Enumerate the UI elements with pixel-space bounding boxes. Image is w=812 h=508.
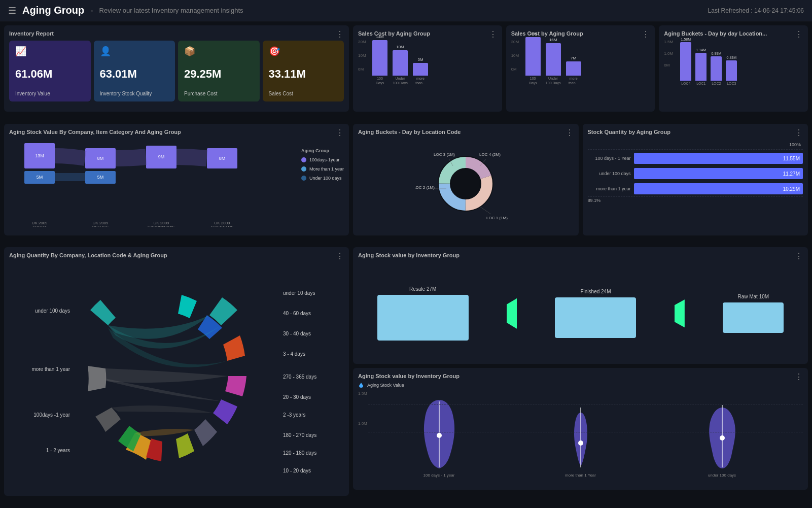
row1: Inventory Report ⋮ 📈 61.06M Inventory Va… — [4, 25, 808, 112]
funnel-item-2: Finished 24M — [555, 289, 636, 338]
inventory-report-card: Inventory Report ⋮ 📈 61.06M Inventory Va… — [4, 25, 349, 112]
violin-y-axis: 1.5M 1.0M — [358, 391, 367, 426]
funnel-bar-1 — [377, 295, 469, 341]
bars-2: 19M 100Days 16M Under100 Days 7M moretha… — [513, 40, 648, 85]
svg-text:LOC 3 (1M): LOC 3 (1M) — [434, 152, 455, 157]
card-menu-funnel[interactable]: ⋮ — [795, 251, 803, 261]
card-menu-icon-2[interactable]: ⋮ — [489, 29, 497, 39]
bar-c — [566, 61, 581, 76]
svg-text:under 10 days: under 10 days — [283, 290, 315, 296]
ab-2: 1.14M LOC1 — [695, 48, 707, 85]
sales-cost-aging-2-card: Sales Cost by Aging Group ⋮ 20M 10M 0M 1… — [506, 25, 655, 112]
violin-3: under 100 days — [702, 397, 743, 478]
bars-1: 14M 100Days 10M Under100 Days 5M moretha… — [360, 40, 495, 85]
funnel-bar-2 — [555, 297, 636, 338]
aging-buckets-location-card: Aging Buckets - Day by day Location... ⋮… — [659, 25, 808, 112]
inv-group-funnel-title: Aging Stock value by Inventory Group — [358, 252, 803, 258]
legend-item-3: Under 100 days — [301, 176, 344, 181]
card-menu-violin[interactable]: ⋮ — [795, 372, 803, 382]
row3-right: Aging Stock value by Inventory Group ⋮ R… — [353, 247, 808, 496]
inv-tile-4-icon: 🎯 — [269, 46, 338, 57]
svg-text:5M: 5M — [97, 175, 104, 180]
inv-tile-2-label: Inventory Stock Quality — [100, 91, 169, 96]
svg-text:13M: 13M — [35, 153, 44, 158]
svg-text:2 -3 years: 2 -3 years — [283, 412, 305, 418]
donut-body: LOC 3 (1M) LOC 4 (2M) LOC 2 (1M) LOC 1 (… — [358, 138, 574, 227]
sales-cost-aging-2-chart: 20M 10M 0M 19M 100Days 16M Under100 Days — [511, 40, 650, 95]
violin-svg-2 — [560, 397, 601, 471]
aging-legend: Aging Group 100days-1year More than 1 ye… — [301, 148, 344, 181]
sankey-body: UK 2009 SPORT UK 2009 OFFLICE UK 2009 HA… — [9, 138, 344, 227]
violin-svg-1 — [419, 397, 460, 471]
card-menu-icon-5[interactable]: ⋮ — [336, 128, 344, 138]
inv-tile-1-label: Inventory Value — [15, 91, 85, 96]
row3: Aging Quantity By Company, Location Code… — [4, 247, 808, 496]
inv-tile-1-value: 61.06M — [15, 67, 85, 81]
svg-text:5M: 5M — [37, 175, 43, 180]
hamburger-icon[interactable]: ☰ — [8, 5, 16, 16]
app-header: ☰ Aging Group - Review our latest Invent… — [0, 0, 812, 21]
sankey-svg: UK 2009 SPORT UK 2009 OFFLICE UK 2009 HA… — [9, 138, 263, 227]
y-axis-3: 1.5M 1.0M 0M — [664, 40, 673, 67]
bar-1 — [372, 40, 387, 76]
funnel-label-1: Resale 27M — [409, 286, 436, 292]
aging-stock-company-title: Aging Stock Value By Company, Item Categ… — [9, 129, 344, 135]
ab-1: 1.58M LOC4 — [680, 38, 691, 85]
svg-text:20 - 30 days: 20 - 30 days — [283, 394, 311, 400]
svg-point-49 — [437, 433, 442, 438]
svg-point-51 — [578, 441, 583, 446]
y-axis-1: 20M 10M 0M — [358, 40, 366, 72]
bar-group-2: 10M Under100 Days — [393, 45, 408, 85]
inv-tile-2: 👤 63.01M Inventory Stock Quality — [94, 41, 175, 101]
bar-group-1: 14M 100Days — [372, 35, 387, 85]
svg-text:30 - 40 days: 30 - 40 days — [283, 331, 311, 336]
aging-buckets-title: Aging Buckets - Day by day Location... — [664, 30, 803, 37]
grid-line-top — [588, 149, 803, 150]
svg-text:LOC 4 (2M): LOC 4 (2M) — [479, 152, 501, 157]
inv-tile-1: 📈 61.06M Inventory Value — [9, 41, 91, 101]
svg-text:270 - 365 days: 270 - 365 days — [283, 374, 316, 380]
inventory-report-title: Inventory Report — [9, 30, 344, 37]
funnel-connector-2 — [675, 299, 685, 327]
bar-2 — [393, 50, 408, 76]
svg-text:HARDWARWE: HARDWARWE — [148, 225, 175, 227]
card-menu-chord[interactable]: ⋮ — [336, 251, 344, 261]
violin-1: 100 days - 1 year — [419, 397, 460, 478]
ab-3: 0.99M LOC2 — [711, 52, 722, 85]
inv-tile-3-label: Purchase Cost — [184, 91, 254, 96]
violin-legend-label: Aging Stock Value — [367, 383, 404, 388]
funnel-item-3: Raw Mat 10M — [723, 294, 784, 333]
card-menu-stock[interactable]: ⋮ — [795, 128, 803, 138]
stock-bar-3: 10.29M — [634, 183, 803, 194]
donut-svg: LOC 3 (1M) LOC 4 (2M) LOC 2 (1M) LOC 1 (… — [415, 138, 516, 227]
top-pct: 100% — [588, 142, 803, 147]
violin-title: Aging Stock value by Inventory Group — [358, 373, 803, 379]
svg-text:OFFLICE: OFFLICE — [92, 225, 109, 227]
violin-body: 1.5M 1.0M — [358, 391, 803, 478]
svg-text:3 - 4 days: 3 - 4 days — [283, 351, 305, 357]
inv-tile-3-icon: 📦 — [184, 46, 254, 57]
violin-svg-3 — [702, 397, 743, 471]
aging-qty-title: Aging Quantity By Company, Location Code… — [9, 252, 344, 258]
svg-text:1 - 2 years: 1 - 2 years — [46, 448, 70, 453]
funnel-body: Resale 27M Finished 24M Raw Mat 10M — [358, 261, 803, 355]
stock-bar-1: 11.55M — [634, 153, 803, 164]
card-menu-icon-4[interactable]: ⋮ — [795, 29, 803, 39]
y-axis-2: 20M 10M 0M — [511, 40, 519, 72]
main-content: Inventory Report ⋮ 📈 61.06M Inventory Va… — [0, 21, 812, 508]
card-menu-icon[interactable]: ⋮ — [336, 29, 344, 39]
bar-b — [546, 43, 561, 76]
violin-card: Aging Stock value by Inventory Group ⋮ A… — [353, 368, 808, 490]
stock-quantity-card: Stock Quantity by Aging Group ⋮ 100% 100… — [583, 124, 808, 235]
card-menu-donut[interactable]: ⋮ — [566, 128, 574, 138]
aging-buckets-donut-card: Aging Buckets - Day by Location Code ⋮ — [353, 124, 579, 235]
stock-row-2: under 100 days 11.27M — [588, 168, 803, 179]
inventory-tiles: 📈 61.06M Inventory Value 👤 63.01M Invent… — [9, 41, 344, 101]
svg-text:SPORT: SPORT — [32, 225, 47, 227]
inv-tile-4-label: Sales Cost — [269, 91, 338, 96]
bar-grp-a: 19M 100Days — [525, 31, 541, 85]
violin-2-label: more than 1 Year — [565, 473, 596, 478]
svg-text:8M: 8M — [219, 156, 226, 161]
card-menu-icon-3[interactable]: ⋮ — [642, 29, 650, 39]
funnel-item-1: Resale 27M — [377, 286, 469, 341]
